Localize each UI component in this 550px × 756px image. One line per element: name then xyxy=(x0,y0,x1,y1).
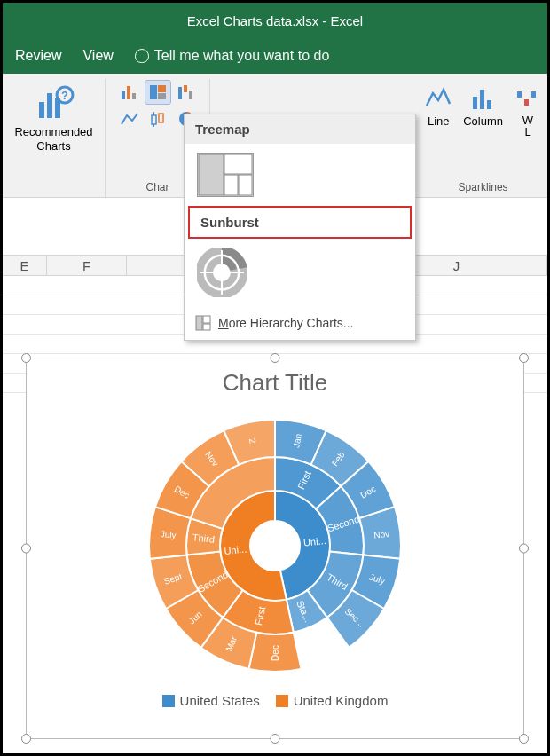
svg-rect-34 xyxy=(203,316,210,323)
sparkline-winloss-button[interactable]: W L xyxy=(510,83,546,139)
chart-object[interactable]: Chart Title Uni...FirstJanFebSecondDecNo… xyxy=(26,358,524,739)
resize-handle-br[interactable] xyxy=(519,734,529,744)
legend-swatch-blue xyxy=(162,695,175,707)
svg-rect-17 xyxy=(159,114,163,122)
svg-rect-8 xyxy=(150,85,157,99)
svg-rect-9 xyxy=(158,85,166,92)
more-hierarchy-charts-link[interactable]: More Hierarchy Charts... xyxy=(185,306,415,340)
legend-swatch-orange xyxy=(276,695,288,707)
svg-rect-12 xyxy=(184,85,187,92)
svg-rect-19 xyxy=(473,97,477,109)
svg-rect-23 xyxy=(524,99,529,106)
chart-title[interactable]: Chart Title xyxy=(27,369,523,397)
recommended-charts-label: Recommended Charts xyxy=(14,125,92,153)
treemap-icon xyxy=(198,154,253,196)
svg-rect-35 xyxy=(203,324,210,330)
svg-rect-13 xyxy=(189,91,192,99)
hierarchy-chart-dropdown: Treemap Sunburst xyxy=(184,114,416,341)
chart-legend[interactable]: United States United Kingdom xyxy=(27,693,523,708)
sparkline-line-button[interactable]: Line xyxy=(420,83,456,139)
svg-rect-6 xyxy=(127,86,130,99)
ribbon-group-recommended: ? Recommended Charts xyxy=(3,79,106,197)
chart-btn-stats[interactable] xyxy=(145,107,170,130)
svg-rect-7 xyxy=(132,93,136,99)
tell-me-label: Tell me what you want to do xyxy=(154,48,329,64)
svg-text:July: July xyxy=(160,529,177,540)
resize-handle-bm[interactable] xyxy=(271,734,280,744)
sparkline-column-icon xyxy=(469,84,498,113)
resize-handle-bl[interactable] xyxy=(21,734,31,744)
sunburst-icon xyxy=(197,248,247,297)
sparklines-group-label: Sparklines xyxy=(459,181,508,193)
legend-label-uk: United Kingdom xyxy=(294,693,389,708)
ribbon-tab-bar: Review View Tell me what you want to do xyxy=(3,38,547,74)
col-header-e[interactable]: E xyxy=(3,256,47,275)
more-hierarchy-label: More Hierarchy Charts... xyxy=(218,316,354,330)
sparkline-column-label: Column xyxy=(463,114,503,128)
charts-group-label: Char xyxy=(145,181,169,193)
svg-rect-26 xyxy=(224,154,252,174)
resize-handle-tm[interactable] xyxy=(271,353,280,363)
tab-view[interactable]: View xyxy=(82,48,113,64)
svg-rect-21 xyxy=(487,100,491,109)
chart-btn-column[interactable] xyxy=(117,81,142,104)
sunburst-chart-option[interactable] xyxy=(197,248,247,297)
chart-btn-waterfall[interactable] xyxy=(174,81,199,104)
dropdown-sunburst-header: Sunburst xyxy=(188,206,412,239)
resize-handle-tl[interactable] xyxy=(21,353,31,363)
sunburst-chart[interactable]: Uni...FirstJanFebSecondDecNovThirdJulySe… xyxy=(124,404,426,688)
tab-review[interactable]: Review xyxy=(15,48,61,64)
col-header-f[interactable]: F xyxy=(47,256,127,275)
lightbulb-icon xyxy=(135,49,149,63)
svg-text:?: ? xyxy=(61,89,68,102)
svg-rect-24 xyxy=(531,91,536,98)
svg-rect-25 xyxy=(199,154,224,195)
chart-btn-hierarchy[interactable] xyxy=(145,81,170,104)
chart-btn-line[interactable] xyxy=(117,107,142,130)
sparkline-line-icon xyxy=(424,84,452,113)
sparkline-line-label: Line xyxy=(428,114,450,128)
dropdown-sunburst-section xyxy=(185,239,415,306)
resize-handle-mr[interactable] xyxy=(519,544,529,554)
sparkline-column-button[interactable]: Column xyxy=(460,83,507,139)
sparkline-winloss-label: W L xyxy=(522,114,533,138)
resize-handle-tr[interactable] xyxy=(519,353,529,363)
window-title: Excel Charts data.xlsx - Excel xyxy=(187,13,363,28)
svg-rect-28 xyxy=(239,175,252,195)
svg-rect-22 xyxy=(517,91,522,98)
sparkline-winloss-icon xyxy=(514,84,542,113)
svg-text:Dec: Dec xyxy=(271,645,280,661)
resize-handle-ml[interactable] xyxy=(21,544,31,554)
dropdown-treemap-section xyxy=(185,144,415,206)
svg-rect-10 xyxy=(158,93,166,99)
tell-me-box[interactable]: Tell me what you want to do xyxy=(135,48,329,64)
treemap-chart-option[interactable] xyxy=(197,153,254,197)
svg-rect-27 xyxy=(224,175,238,195)
svg-rect-0 xyxy=(39,102,44,118)
legend-label-us: United States xyxy=(180,693,260,708)
window-title-bar: Excel Charts data.xlsx - Excel xyxy=(3,3,547,38)
dropdown-treemap-header: Treemap xyxy=(185,114,415,144)
legend-item-us[interactable]: United States xyxy=(162,693,260,708)
svg-rect-33 xyxy=(196,316,202,330)
svg-rect-14 xyxy=(152,115,156,124)
more-hierarchy-icon xyxy=(195,315,211,331)
svg-rect-11 xyxy=(178,87,182,99)
svg-rect-20 xyxy=(480,90,484,109)
ribbon-group-sparklines: Line Column W L Sparklines xyxy=(413,79,547,197)
svg-rect-1 xyxy=(47,93,52,118)
legend-item-uk[interactable]: United Kingdom xyxy=(276,693,389,708)
recommended-charts-button[interactable]: ? Recommended Charts xyxy=(9,79,98,156)
svg-rect-5 xyxy=(122,91,125,99)
svg-text:Nov: Nov xyxy=(373,529,390,540)
recommended-charts-icon: ? xyxy=(34,83,75,123)
